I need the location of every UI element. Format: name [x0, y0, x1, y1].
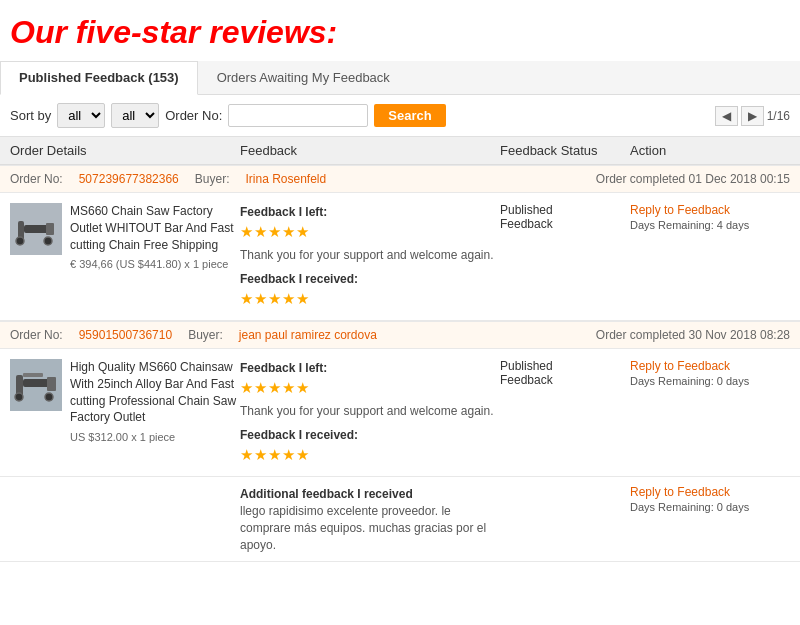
product-image-1 [10, 203, 62, 255]
feedback-left-stars-2: ★★★★★ [240, 377, 500, 400]
product-cell-1: MS660 Chain Saw Factory Outlet WHITOUT B… [10, 203, 240, 273]
product-price-2: US $312.00 x 1 piece [70, 430, 240, 445]
svg-rect-8 [23, 379, 49, 387]
col-header-feedback: Feedback [240, 143, 500, 158]
page-info: 1/16 [767, 109, 790, 123]
additional-feedback-row-2: Additional feedback I received llego rap… [0, 477, 800, 562]
sort-select-2[interactable]: all [111, 103, 159, 128]
sort-by-label: Sort by [10, 108, 51, 123]
order-row-2: High Quality MS660 Chainsaw With 25inch … [0, 349, 800, 477]
feedback-cell-1: Feedback I left: ★★★★★ Thank you for you… [240, 203, 500, 310]
svg-rect-2 [24, 225, 48, 233]
svg-rect-3 [46, 223, 54, 235]
feedback-received-stars-1: ★★★★★ [240, 288, 500, 311]
col-header-order: Order Details [10, 143, 240, 158]
order-no-input[interactable] [228, 104, 368, 127]
order-header-row-2: Order No: 95901500736710 Buyer: jean pau… [0, 321, 800, 349]
reply-feedback-link-1[interactable]: Reply to Feedback [630, 203, 790, 217]
additional-feedback-cell-2: Additional feedback I received llego rap… [240, 485, 500, 553]
buyer-label-1: Buyer: [195, 172, 230, 186]
order-completed-1: Order completed 01 Dec 2018 00:15 [596, 172, 790, 186]
status-cell-2: Published Feedback [500, 359, 630, 387]
order-no-link-1[interactable]: 507239677382366 [79, 172, 179, 186]
additional-feedback-text-2: llego rapidisimo excelente proveedor. le… [240, 503, 500, 553]
product-name-1: MS660 Chain Saw Factory Outlet WHITOUT B… [70, 203, 240, 253]
additional-reply-feedback-link-2[interactable]: Reply to Feedback [630, 485, 790, 499]
sort-select-1[interactable]: all [57, 103, 105, 128]
table-header: Order Details Feedback Feedback Status A… [0, 137, 800, 165]
days-remaining-2: Days Remaining: 0 days [630, 375, 790, 387]
pagination-area: ◀ ▶ 1/16 [715, 106, 790, 126]
tab-awaiting[interactable]: Orders Awaiting My Feedback [198, 61, 409, 94]
svg-rect-12 [23, 373, 43, 377]
feedback-received-label-2: Feedback I received: [240, 426, 500, 444]
additional-action-cell-2: Reply to Feedback Days Remaining: 0 days [630, 485, 790, 553]
col-header-action: Action [630, 143, 790, 158]
svg-point-4 [16, 237, 24, 245]
status-cell-1: Published Feedback [500, 203, 630, 231]
svg-point-11 [45, 393, 53, 401]
reply-feedback-link-2[interactable]: Reply to Feedback [630, 359, 790, 373]
additional-empty-cell [10, 485, 240, 553]
prev-page-button[interactable]: ◀ [715, 106, 738, 126]
order-no-label: Order No: [165, 108, 222, 123]
days-remaining-1: Days Remaining: 4 days [630, 219, 790, 231]
order-no-link-2[interactable]: 95901500736710 [79, 328, 172, 342]
additional-feedback-label-2: Additional feedback I received [240, 485, 500, 503]
buyer-name-1[interactable]: Irina Rosenfeld [245, 172, 326, 186]
feedback-received-label-1: Feedback I received: [240, 270, 500, 288]
product-name-2: High Quality MS660 Chainsaw With 25inch … [70, 359, 240, 426]
order-header-row-1: Order No: 507239677382366 Buyer: Irina R… [0, 165, 800, 193]
col-header-status: Feedback Status [500, 143, 630, 158]
feedback-left-text-1: Thank you for your support and welcome a… [240, 246, 500, 264]
search-button[interactable]: Search [374, 104, 445, 127]
action-cell-2: Reply to Feedback Days Remaining: 0 days [630, 359, 790, 387]
feedback-cell-2: Feedback I left: ★★★★★ Thank you for you… [240, 359, 500, 466]
product-info-1: MS660 Chain Saw Factory Outlet WHITOUT B… [70, 203, 240, 273]
product-cell-2: High Quality MS660 Chainsaw With 25inch … [10, 359, 240, 446]
feedback-received-stars-2: ★★★★★ [240, 444, 500, 467]
buyer-label-2: Buyer: [188, 328, 223, 342]
additional-status-empty [500, 485, 630, 553]
order-completed-2: Order completed 30 Nov 2018 08:28 [596, 328, 790, 342]
filter-bar: Sort by all all Order No: Search ◀ ▶ 1/1… [0, 95, 800, 137]
feedback-left-label-2: Feedback I left: [240, 359, 500, 377]
action-cell-1: Reply to Feedback Days Remaining: 4 days [630, 203, 790, 231]
tabs-bar: Published Feedback (153) Orders Awaiting… [0, 61, 800, 95]
product-price-1: € 394,66 (US $441.80) x 1 piece [70, 257, 240, 272]
order-no-label-1: Order No: [10, 172, 63, 186]
svg-rect-9 [47, 377, 56, 391]
tab-published[interactable]: Published Feedback (153) [0, 61, 198, 95]
buyer-name-2[interactable]: jean paul ramirez cordova [239, 328, 377, 342]
svg-point-5 [44, 237, 52, 245]
product-image-2 [10, 359, 62, 411]
additional-days-remaining-2: Days Remaining: 0 days [630, 501, 790, 513]
feedback-left-stars-1: ★★★★★ [240, 221, 500, 244]
page-title: Our five-star reviews: [0, 0, 800, 61]
feedback-left-label-1: Feedback I left: [240, 203, 500, 221]
feedback-left-text-2: Thank you for your support and welcome a… [240, 402, 500, 420]
svg-point-10 [15, 393, 23, 401]
product-info-2: High Quality MS660 Chainsaw With 25inch … [70, 359, 240, 446]
order-row-1: MS660 Chain Saw Factory Outlet WHITOUT B… [0, 193, 800, 321]
next-page-button[interactable]: ▶ [741, 106, 764, 126]
order-no-label-2: Order No: [10, 328, 63, 342]
